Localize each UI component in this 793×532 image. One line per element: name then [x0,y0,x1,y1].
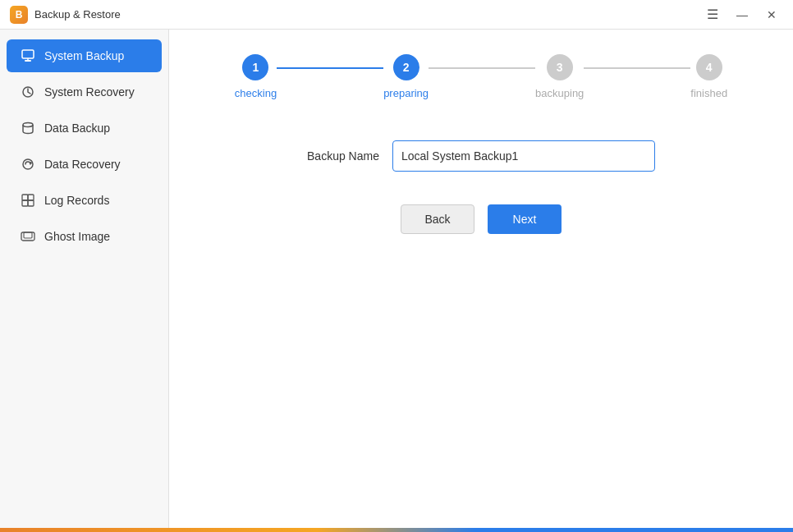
app-body: System Backup System Recovery Data Backu… [0,30,793,528]
data-recovery-icon [20,156,36,172]
step-1-label: checking [235,87,277,99]
bottom-accent-bar [0,528,793,532]
step-3: 3 backuping [535,54,584,99]
step-2-label: preparing [383,87,429,99]
svg-point-5 [23,159,33,169]
step-2: 2 preparing [383,54,429,99]
step-4: 4 finished [690,54,727,99]
backup-name-row: Backup Name [202,140,760,172]
title-bar: B Backup & Restore ☰ — ✕ [0,0,793,30]
sidebar-item-log-records[interactable]: Log Records [7,184,162,217]
step-1: 1 checking [235,54,277,99]
step-4-circle: 4 [696,54,722,80]
sidebar: System Backup System Recovery Data Backu… [0,30,169,528]
connector-3 [584,67,690,69]
app-title: Backup & Restore [34,8,701,21]
svg-rect-1 [25,60,31,62]
svg-rect-8 [22,200,28,206]
log-records-icon [20,192,36,209]
minimize-button[interactable]: — [731,6,754,24]
close-button[interactable]: ✕ [760,6,783,24]
step-3-circle: 3 [547,54,573,80]
system-recovery-icon [20,84,36,100]
connector-1 [277,67,383,69]
sidebar-item-data-recovery[interactable]: Data Recovery [7,148,162,181]
svg-rect-11 [24,232,32,238]
data-backup-icon [20,120,36,136]
sidebar-label-ghost-image: Ghost Image [44,230,110,243]
svg-rect-9 [28,200,34,206]
svg-rect-7 [28,195,34,200]
ghost-image-icon [20,228,36,245]
sidebar-label-data-backup: Data Backup [44,122,110,135]
step-4-label: finished [690,87,727,99]
step-3-label: backuping [535,87,584,99]
sidebar-label-log-records: Log Records [44,194,109,207]
action-buttons: Back Next [202,204,760,234]
stepper: 1 checking 2 preparing 3 backuping [202,54,760,99]
window-controls: ☰ — ✕ [701,6,783,24]
sidebar-item-ghost-image[interactable]: Ghost Image [7,220,162,253]
connector-2 [429,67,535,69]
sidebar-label-data-recovery: Data Recovery [44,158,121,171]
system-backup-icon [20,48,36,64]
svg-rect-6 [22,195,28,200]
back-button[interactable]: Back [401,204,474,234]
sidebar-item-data-backup[interactable]: Data Backup [7,112,162,144]
sidebar-item-system-backup[interactable]: System Backup [7,39,162,72]
app-logo: B [10,6,28,24]
svg-point-4 [23,123,33,127]
svg-rect-0 [22,50,34,58]
backup-name-label: Backup Name [307,149,379,163]
main-content: 1 checking 2 preparing 3 backuping [169,30,793,528]
next-button[interactable]: Next [488,204,562,234]
step-1-circle: 1 [242,54,268,80]
step-2-circle: 2 [393,54,419,80]
sidebar-label-system-backup: System Backup [44,49,124,62]
svg-rect-10 [21,232,34,241]
sidebar-item-system-recovery[interactable]: System Recovery [7,76,162,108]
menu-button[interactable]: ☰ [701,6,724,24]
sidebar-label-system-recovery: System Recovery [44,85,135,99]
backup-name-input[interactable] [392,140,655,172]
